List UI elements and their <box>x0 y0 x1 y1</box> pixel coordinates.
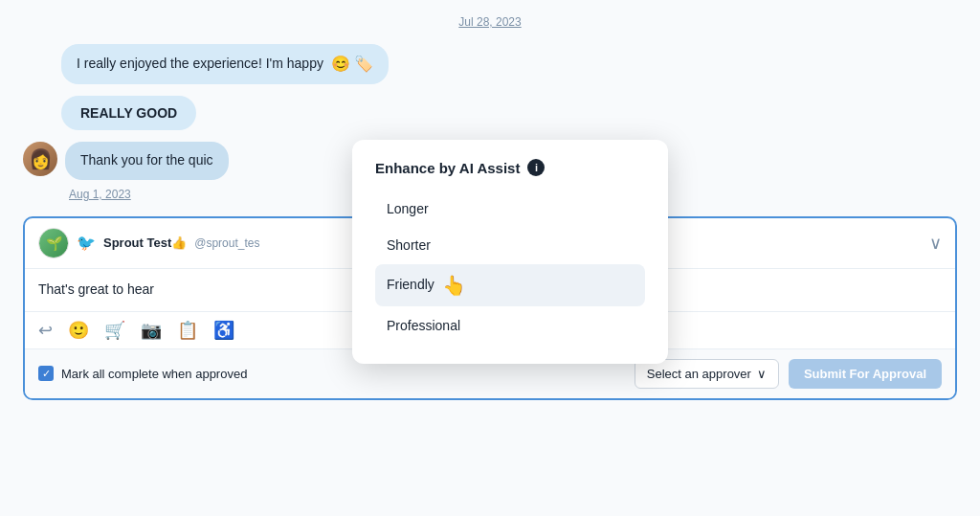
message-text-1: I really enjoyed the experience! I'm hap… <box>77 55 323 74</box>
sprout-avatar: 🌱 <box>38 228 69 258</box>
cart-icon[interactable]: 🛒 <box>104 320 125 341</box>
message-icons-1: 😊 🏷️ <box>331 54 373 75</box>
message-row-1: I really enjoyed the experience! I'm hap… <box>23 44 957 84</box>
message-bubble-3: Thank you for the quic <box>65 142 229 180</box>
collapse-button[interactable]: ∨ <box>929 233 942 254</box>
reply-handle: @sprout_tes <box>194 236 259 250</box>
ai-option-shorter[interactable]: Shorter <box>375 228 645 262</box>
camera-icon[interactable]: 📷 <box>141 320 162 341</box>
chat-area: Jul 28, 2023 I really enjoyed the experi… <box>0 0 980 516</box>
message-really-good: REALLY GOOD <box>23 96 957 130</box>
reply-username: Sprout Test👍 <box>103 236 187 250</box>
date-label-1: Jul 28, 2023 <box>23 15 957 29</box>
message-text-3: Thank you for the quic <box>80 151 213 170</box>
mark-complete-label: Mark all complete when approved <box>61 367 247 381</box>
ai-option-professional[interactable]: Professional <box>375 308 645 343</box>
avatar: 👩 <box>23 142 57 176</box>
ai-popup-header: Enhance by AI Assist i <box>375 159 645 176</box>
select-approver-label: Select an approver <box>647 367 751 381</box>
footer-right: Select an approver ∨ Submit For Approval <box>635 359 942 389</box>
mark-complete-checkbox[interactable]: ✓ <box>38 366 54 381</box>
reply-icon[interactable]: ↩ <box>38 320 53 341</box>
ai-option-friendly[interactable]: Friendly 👆 <box>375 264 645 306</box>
ai-popup-title: Enhance by AI Assist <box>375 160 520 176</box>
submit-approval-button[interactable]: Submit For Approval <box>789 359 942 389</box>
mark-complete-row: ✓ Mark all complete when approved <box>38 366 247 381</box>
cursor-hand-icon: 👆 <box>442 274 466 297</box>
ai-option-longer[interactable]: Longer <box>375 191 645 226</box>
message-bubble-1: I really enjoyed the experience! I'm hap… <box>61 44 389 84</box>
chevron-down-icon: ∨ <box>757 367 767 381</box>
ai-enhance-popup: Enhance by AI Assist i Longer Shorter Fr… <box>352 140 668 364</box>
reply-text: That's great to hear <box>38 281 154 297</box>
info-icon[interactable]: i <box>527 159 545 176</box>
sprout-icon: 🌱 <box>39 228 68 258</box>
emoji-icon[interactable]: 🙂 <box>68 320 89 341</box>
clipboard-icon[interactable]: 📋 <box>177 320 198 341</box>
twitter-icon: 🐦 <box>77 234 96 252</box>
accessibility-icon[interactable]: ♿ <box>213 320 234 341</box>
